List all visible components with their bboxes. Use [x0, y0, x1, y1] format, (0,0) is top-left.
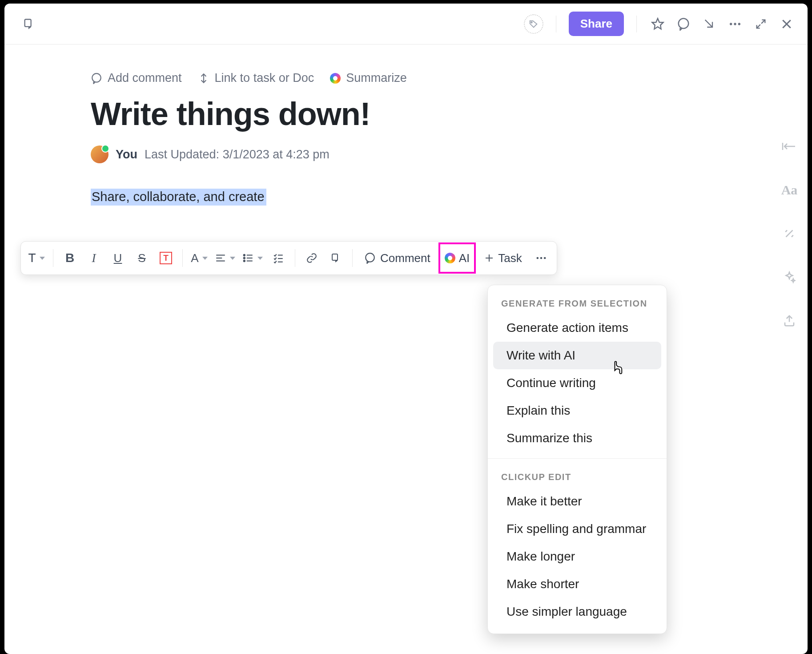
separator — [352, 249, 353, 267]
more-button[interactable] — [530, 246, 552, 270]
svg-point-26 — [544, 257, 546, 259]
ai-menu-item[interactable]: Explain this — [493, 397, 661, 424]
svg-point-15 — [244, 260, 245, 262]
add-comment-label: Add comment — [108, 71, 182, 85]
subtask-button[interactable] — [325, 246, 347, 270]
svg-point-7 — [92, 73, 101, 82]
underline-button[interactable]: U — [107, 246, 129, 270]
svg-point-6 — [738, 23, 740, 25]
star-icon[interactable] — [649, 16, 666, 32]
export-icon[interactable] — [780, 311, 799, 330]
author-you: You — [116, 148, 137, 161]
close-icon[interactable] — [778, 16, 795, 32]
sparkle-icon[interactable] — [780, 268, 799, 287]
svg-rect-0 — [25, 19, 31, 26]
meta-row: You Last Updated: 3/1/2023 at 4:23 pm — [91, 145, 719, 163]
quick-actions: Add comment Link to task or Doc Summariz… — [91, 71, 719, 85]
svg-point-3 — [679, 18, 689, 28]
ai-icon — [445, 253, 455, 263]
svg-point-1 — [531, 21, 532, 23]
ai-menu-item[interactable]: Summarize this — [493, 424, 661, 452]
separator — [182, 249, 183, 267]
svg-point-25 — [540, 257, 542, 259]
ai-menu-section-header: GENERATE FROM SELECTION — [488, 291, 667, 314]
expand-icon[interactable] — [752, 16, 769, 32]
svg-point-21 — [366, 253, 374, 262]
color-block-button[interactable]: T — [155, 246, 177, 270]
relation-icon[interactable] — [780, 224, 799, 243]
link-task-label: Link to task or Doc — [215, 71, 314, 85]
avatar[interactable] — [91, 145, 109, 163]
ai-menu-item[interactable]: Use simpler language — [493, 598, 661, 626]
bold-button[interactable]: B — [59, 246, 81, 270]
ai-menu-item[interactable]: Generate action items — [493, 314, 661, 342]
italic-button[interactable]: I — [83, 246, 105, 270]
align-button[interactable] — [212, 246, 238, 270]
ai-menu-section-header: CLICKUP EDIT — [488, 465, 667, 488]
top-bar: Share — [4, 4, 808, 44]
svg-point-11 — [244, 254, 245, 256]
ai-menu-item[interactable]: Make shorter — [493, 570, 661, 598]
selected-text: Share, collaborate, and create — [91, 189, 266, 206]
ai-menu-divider — [488, 458, 667, 459]
summarize-action[interactable]: Summarize — [330, 71, 407, 85]
checklist-button[interactable] — [267, 246, 289, 270]
collapse-icon[interactable] — [780, 137, 799, 156]
svg-point-13 — [244, 257, 245, 258]
ai-label: AI — [459, 251, 470, 265]
document-body[interactable]: Share, collaborate, and create — [91, 187, 719, 207]
svg-point-24 — [536, 257, 539, 259]
typography-icon[interactable]: Aa — [780, 181, 799, 199]
svg-point-4 — [730, 23, 732, 25]
ai-button[interactable]: AI — [438, 242, 476, 274]
download-icon[interactable] — [701, 16, 718, 32]
ai-icon — [330, 73, 341, 84]
ai-menu-item[interactable]: Make it better — [493, 488, 661, 515]
selection-toolbar: T B I U S T A — [20, 241, 557, 275]
ai-menu-item[interactable]: Continue writing — [493, 369, 661, 397]
task-label: Task — [498, 251, 522, 265]
strikethrough-button[interactable]: S — [131, 246, 153, 270]
text-color-button[interactable]: A — [188, 246, 210, 270]
text-style-button[interactable]: T — [25, 246, 48, 270]
separator — [53, 249, 53, 267]
chat-icon[interactable] — [675, 16, 692, 32]
comment-button[interactable]: Comment — [358, 246, 437, 270]
add-comment-action[interactable]: Add comment — [91, 71, 182, 85]
content: Add comment Link to task or Doc Summariz… — [4, 44, 808, 207]
separator — [295, 249, 295, 267]
subtask-icon[interactable] — [20, 16, 37, 32]
last-updated: Last Updated: 3/1/2023 at 4:23 pm — [145, 148, 330, 161]
link-task-action[interactable]: Link to task or Doc — [198, 71, 314, 85]
separator — [556, 16, 556, 32]
more-icon[interactable] — [727, 16, 744, 32]
ai-menu-item[interactable]: Write with AI — [493, 342, 661, 369]
link-button[interactable] — [301, 246, 323, 270]
right-rail: Aa — [780, 137, 799, 330]
bullet-list-button[interactable] — [240, 246, 265, 270]
ai-menu-item[interactable]: Fix spelling and grammar — [493, 515, 661, 543]
separator — [636, 16, 637, 32]
comment-label: Comment — [380, 251, 430, 265]
ai-dropdown: GENERATE FROM SELECTIONGenerate action i… — [487, 285, 667, 634]
svg-point-5 — [734, 23, 736, 25]
page-title[interactable]: Write things down! — [91, 96, 719, 132]
svg-marker-2 — [652, 18, 663, 29]
task-button[interactable]: Task — [478, 246, 528, 270]
ai-menu-item[interactable]: Make longer — [493, 543, 661, 570]
share-button[interactable]: Share — [569, 12, 624, 36]
summarize-label: Summarize — [346, 71, 407, 85]
svg-rect-20 — [332, 254, 338, 260]
tag-icon[interactable] — [524, 14, 543, 34]
